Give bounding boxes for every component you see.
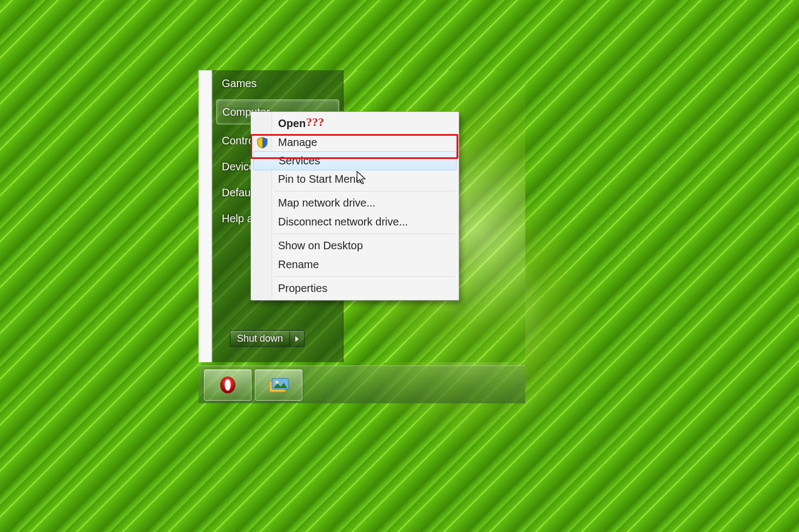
computer-context-menu: Open ??? Manage Services Pin to Start Me…	[250, 111, 459, 301]
svg-point-4	[275, 381, 279, 384]
ctx-item-label: Pin to Start Menu	[278, 173, 362, 185]
ctx-item-show-on-desktop[interactable]: Show on Desktop	[252, 236, 458, 255]
start-menu-left-edge	[199, 70, 212, 362]
ctx-item-manage[interactable]: Manage	[252, 133, 458, 152]
ctx-item-label: Properties	[278, 282, 327, 294]
ctx-item-properties[interactable]: Properties	[252, 279, 458, 298]
shutdown-button[interactable]: Shut down	[230, 330, 289, 347]
ctx-item-label: Disconnect network drive...	[278, 216, 408, 228]
context-menu-separator	[274, 234, 455, 234]
ctx-item-pin-to-start[interactable]: Pin to Start Menu	[252, 170, 458, 189]
uac-shield-icon	[256, 137, 268, 149]
ctx-item-services[interactable]: Services	[253, 151, 457, 170]
opera-browser-icon	[219, 376, 237, 394]
taskbar[interactable]	[199, 365, 525, 403]
photo-viewer-icon	[268, 376, 289, 394]
screenshot-crop: Games Computer Control Panel Devices and…	[199, 70, 525, 403]
start-item-games[interactable]: Games	[212, 70, 344, 96]
ctx-item-label: Services	[279, 155, 320, 167]
ctx-item-map-network-drive[interactable]: Map network drive...	[252, 194, 458, 212]
ctx-item-open[interactable]: Open ???	[252, 114, 458, 133]
context-menu-separator	[274, 276, 455, 277]
ctx-item-label: Show on Desktop	[278, 240, 363, 251]
ctx-item-rename[interactable]: Rename	[252, 255, 458, 274]
shutdown-label: Shut down	[237, 333, 283, 344]
chevron-right-icon	[294, 336, 300, 342]
taskbar-button-opera[interactable]	[204, 369, 252, 401]
shutdown-button-group: Shut down	[230, 330, 305, 347]
ctx-item-label: Open	[278, 117, 306, 129]
start-item-label: Games	[222, 77, 256, 89]
ctx-item-label: Rename	[278, 258, 319, 270]
svg-point-1	[225, 380, 231, 391]
ctx-item-label: Map network drive...	[278, 197, 375, 209]
ctx-item-disconnect-network-drive[interactable]: Disconnect network drive...	[252, 212, 458, 231]
ctx-item-label: Manage	[278, 136, 317, 148]
context-menu-separator	[274, 191, 455, 191]
shutdown-options-button[interactable]	[289, 330, 305, 347]
taskbar-button-photo-viewer[interactable]	[255, 369, 302, 401]
annotation-question-marks: ???	[306, 115, 324, 129]
